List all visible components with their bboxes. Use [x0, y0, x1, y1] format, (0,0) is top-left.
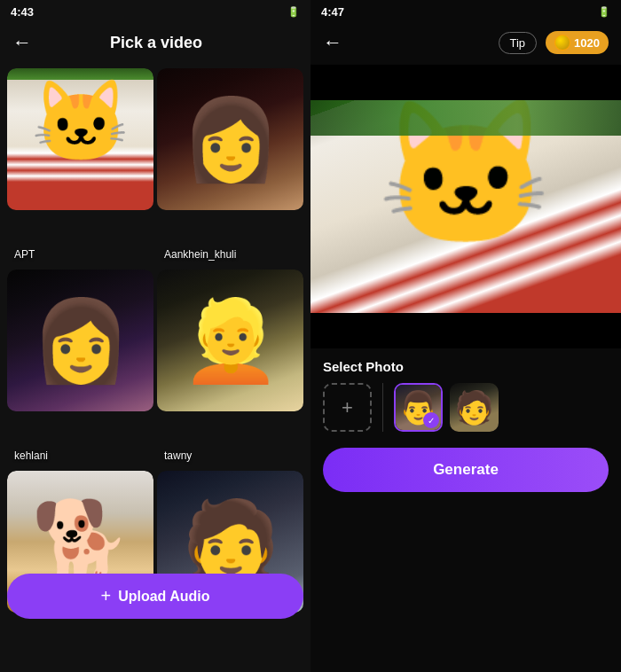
add-photo-button[interactable]: +	[323, 383, 372, 432]
photo-divider	[382, 383, 383, 432]
time-left: 4:43	[11, 5, 34, 19]
thumb-face-2: 🧑	[450, 383, 499, 432]
photo-options: + 👨 ✓ 🧑	[323, 383, 609, 432]
video-label-kehlani: kehlani	[14, 449, 48, 462]
status-icons-right: 🔋	[598, 6, 610, 18]
time-right: 4:47	[321, 5, 344, 19]
status-icons-left: 🔋	[287, 6, 300, 18]
upload-audio-label: Upload Audio	[118, 589, 209, 605]
video-preview: 🐱	[310, 65, 621, 348]
video-label-aankhein: Aankhein_khuli	[164, 248, 236, 261]
video-label-tawny: tawny	[164, 449, 192, 462]
right-panel: 4:47 🔋 ← Tip 1020 🐱 Select Photo +	[310, 0, 621, 672]
left-panel: 4:43 🔋 ← Pick a video 🐱 APT 👩 Aankhein_k…	[0, 0, 310, 672]
video-item-aankhein[interactable]: 👩 Aankhein_khuli	[157, 68, 303, 266]
header-left: ← Pick a video	[0, 24, 310, 65]
selected-checkmark: ✓	[423, 412, 439, 428]
photo-thumb-1[interactable]: 👨 ✓	[394, 383, 443, 432]
video-label-apt: APT	[14, 248, 35, 261]
photo-thumb-2[interactable]: 🧑	[450, 383, 499, 432]
video-item-man[interactable]: 🧑	[157, 471, 303, 668]
video-item-dog[interactable]: 🐕	[7, 471, 153, 668]
tip-button[interactable]: Tip	[499, 32, 538, 54]
select-photo-section: Select Photo + 👨 ✓ 🧑	[310, 348, 621, 439]
plus-icon: +	[100, 586, 111, 606]
coins-count: 1020	[574, 36, 600, 50]
generate-button[interactable]: Generate	[323, 448, 609, 492]
coin-icon	[554, 35, 570, 51]
add-icon: +	[342, 396, 353, 419]
back-button-left[interactable]: ←	[12, 31, 32, 54]
upload-audio-button[interactable]: + Upload Audio	[7, 574, 303, 619]
status-bar-right: 4:47 🔋	[310, 0, 621, 24]
video-item-tawny[interactable]: 👱 tawny	[157, 270, 303, 467]
coins-badge: 1020	[546, 31, 609, 54]
header-right: ← Tip 1020	[310, 24, 621, 65]
page-title: Pick a video	[41, 34, 271, 52]
video-item-kehlani[interactable]: 👩 kehlani	[7, 270, 153, 467]
status-bar-left: 4:43 🔋	[0, 0, 310, 24]
video-item-apt[interactable]: 🐱 APT	[7, 68, 153, 266]
select-photo-label: Select Photo	[323, 359, 609, 374]
back-button-right[interactable]: ←	[323, 31, 342, 54]
